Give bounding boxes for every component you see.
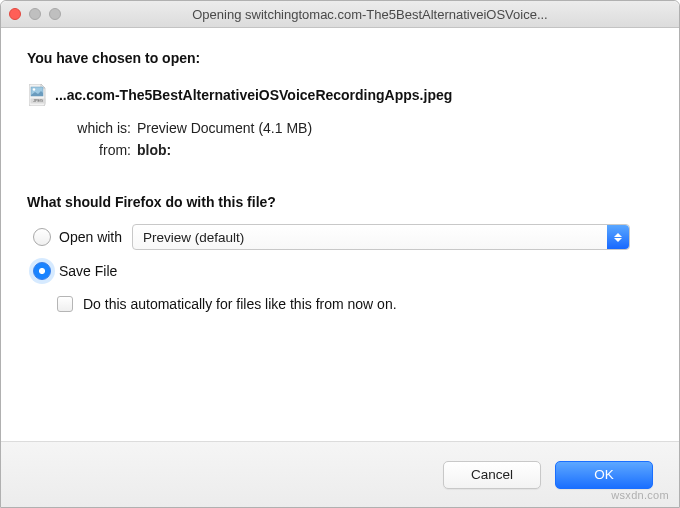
save-file-label: Save File [59,263,117,279]
ok-button[interactable]: OK [555,461,653,489]
meta-from-value: blob: [137,142,171,158]
open-with-application-select[interactable]: Preview (default) [132,224,630,250]
meta-which-is-label: which is: [49,120,131,136]
remember-choice-checkbox[interactable] [57,296,73,312]
zoom-window-button[interactable] [49,8,61,20]
meta-which-is-value: Preview Document (4.1 MB) [137,120,312,136]
dialog-footer: Cancel OK wsxdn.com [1,441,679,507]
close-window-button[interactable] [9,8,21,20]
minimize-window-button[interactable] [29,8,41,20]
remember-choice-row: Do this automatically for files like thi… [57,296,653,312]
cancel-button[interactable]: Cancel [443,461,541,489]
stepper-arrows-icon [607,225,629,249]
window-title: Opening switchingtomac.com-The5BestAlter… [71,7,669,22]
dialog-heading: You have chosen to open: [27,50,653,66]
meta-which-is: which is: Preview Document (4.1 MB) [49,120,653,136]
dialog-content: You have chosen to open: JPEG ...ac.com-… [1,28,679,441]
open-with-selected-app: Preview (default) [133,230,244,245]
traffic-lights [9,8,61,20]
meta-from: from: blob: [49,142,653,158]
svg-point-1 [33,88,35,90]
file-name: ...ac.com-The5BestAlternativeiOSVoiceRec… [55,87,452,103]
action-question: What should Firefox do with this file? [27,194,653,210]
save-file-radio[interactable] [33,262,51,280]
file-meta: which is: Preview Document (4.1 MB) from… [49,120,653,158]
file-row: JPEG ...ac.com-The5BestAlternativeiOSVoi… [29,84,653,106]
svg-text:JPEG: JPEG [33,99,43,103]
remember-choice-label: Do this automatically for files like thi… [83,296,397,312]
watermark-text: wsxdn.com [611,489,669,501]
save-file-row: Save File [33,262,653,280]
open-with-row: Open with Preview (default) [33,224,653,250]
download-dialog-window: Opening switchingtomac.com-The5BestAlter… [0,0,680,508]
meta-from-label: from: [49,142,131,158]
open-with-radio[interactable] [33,228,51,246]
jpeg-file-icon: JPEG [29,84,47,106]
titlebar: Opening switchingtomac.com-The5BestAlter… [1,1,679,28]
open-with-label: Open with [59,229,122,245]
